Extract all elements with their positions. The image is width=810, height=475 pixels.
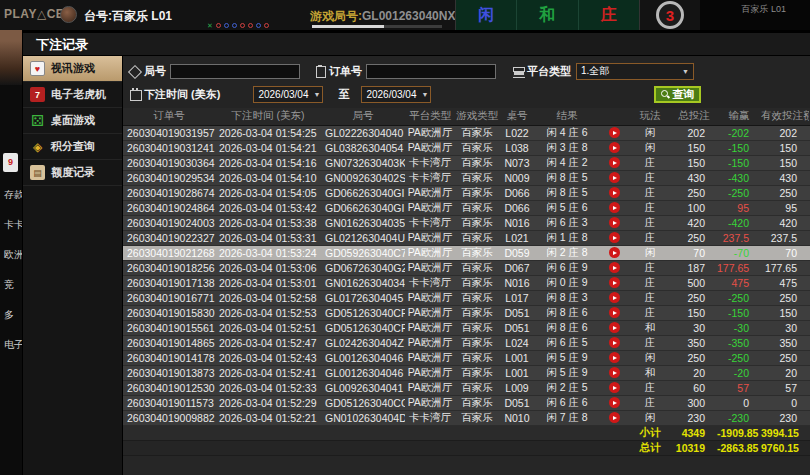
play-video-icon[interactable] [609,172,620,183]
cell-order-no: 260304019029534 [123,170,215,185]
cell-valid-bet: 430 [761,170,809,185]
table-row[interactable]: 2603040190286742026-03-04 01:54:05GD0662… [123,185,810,200]
bet-zone-和[interactable]: 和 [517,0,578,30]
table-row[interactable]: 2603040190303642026-03-04 01:54:16GN0732… [123,155,810,170]
play-video-icon[interactable] [609,262,620,273]
play-video-icon[interactable] [609,157,620,168]
cell-table-no: L024 [499,335,535,350]
play-video-icon[interactable] [609,217,620,228]
query-button[interactable]: 查询 [654,86,701,103]
play-video-icon[interactable] [609,367,620,378]
table-row[interactable]: 2603040190148652026-03-04 01:52:47GL0242… [123,335,810,350]
cell-bet-time: 2026-03-04 01:53:06 [215,260,321,275]
table-row[interactable]: 2603040190182562026-03-04 01:53:06GD0672… [123,260,810,275]
table-row[interactable]: 2603040190295342026-03-04 01:54:10GN0092… [123,170,810,185]
cell-table-no: N010 [499,410,535,425]
cell-table-no: D051 [499,320,535,335]
cell-play-type: 庄 [629,275,671,290]
sidebar-item-桌面游戏[interactable]: ⚄桌面游戏 [23,108,122,134]
cell-win-loss: -420 [717,215,761,230]
table-header-row: 订单号下注时间 (美东)局号平台类型游戏类型桌号结果玩法总投注输赢有效投注额状态 [123,108,810,125]
cell-table-no: N009 [499,170,535,185]
play-video-icon[interactable] [609,142,620,153]
cell-platform: PA欧洲厅 [405,335,455,350]
sidebar-item-额度记录[interactable]: ▤额度记录 [23,160,122,186]
road-dot: ✕ [207,23,213,28]
cell-play-type: 庄 [629,290,671,305]
bet-time-icon [129,88,141,100]
table-row[interactable]: 2603040190223272026-03-04 01:53:31GL0212… [123,230,810,245]
bet-zone-闲[interactable]: 闲 [456,0,517,30]
sidebar-item-视讯游戏[interactable]: ♥视讯游戏 [23,56,122,82]
order-no-input[interactable] [366,64,496,79]
play-video-icon[interactable] [609,277,620,288]
cell-order-no: 260304019028674 [123,185,215,200]
cell-win-loss: -150 [717,140,761,155]
play-video-icon[interactable] [609,187,620,198]
date-to-select[interactable]: 2026/03/04 ▼ [361,86,431,103]
cell-valid-bet: 237.5 [761,230,809,245]
cell-video [599,155,629,170]
table-row[interactable]: 2603040190141782026-03-04 01:52:43GL0012… [123,350,810,365]
game-no-input[interactable] [170,64,300,79]
video-feed-panel: 百家乐 L01 [700,0,810,30]
play-video-icon[interactable] [609,322,620,333]
bet-records-table-wrap: 订单号下注时间 (美东)局号平台类型游戏类型桌号结果玩法总投注输赢有效投注额状态… [123,108,810,475]
table-row[interactable]: 2603040190212682026-03-04 01:53:24GD0592… [123,245,810,260]
cell-result: 闲 8 庄 5 [535,170,599,185]
cell-order-no: 260304019016771 [123,290,215,305]
cell-win-loss: -250 [717,350,761,365]
cell-video [599,125,629,140]
play-video-icon[interactable] [609,412,620,423]
cell-game-no: GN01626304034 [321,275,405,290]
play-video-icon[interactable] [609,202,620,213]
table-row[interactable]: 2603040190115732026-03-04 01:52:29GD0512… [123,395,810,410]
cell-game-type: 百家乐 [455,275,499,290]
road-dot [216,23,221,28]
sidebar-item-电子老虎机[interactable]: 7电子老虎机 [23,82,122,108]
play-video-icon[interactable] [609,307,620,318]
table-row[interactable]: 2603040190240032026-03-04 01:53:38GN0162… [123,215,810,230]
table-row[interactable]: 2603040190248642026-03-04 01:53:42GD0662… [123,200,810,215]
cell-order-no: 260304019015830 [123,305,215,320]
cell-video [599,185,629,200]
sidebar-item-积分查询[interactable]: ◈积分查询 [23,134,122,160]
table-row[interactable]: 2603040190158302026-03-04 01:52:53GD0512… [123,305,810,320]
cell-play-type: 闲 [629,140,671,155]
play-video-icon[interactable] [609,397,620,408]
cell-total-bet: 20 [671,365,717,380]
cell-valid-bet: 475 [761,275,809,290]
play-video-icon[interactable] [609,352,620,363]
bet-zone-庄[interactable]: 庄 [579,0,639,30]
play-video-icon[interactable] [609,247,620,258]
order-no-label: 订单号 [329,64,362,79]
cell-play-type: 庄 [629,380,671,395]
table-row[interactable]: 2603040190319572026-03-04 01:54:25GL0222… [123,125,810,140]
table-row[interactable]: 2603040190138732026-03-04 01:52:41GL0012… [123,365,810,380]
cell-play-type: 庄 [629,305,671,320]
cell-valid-bet: 350 [761,335,809,350]
cell-win-loss: 177.65 [717,260,761,275]
points-icon: ◈ [30,139,45,154]
play-video-icon[interactable] [609,382,620,393]
table-row[interactable]: 2603040190125302026-03-04 01:52:33GL0092… [123,380,810,395]
platform-type-select[interactable]: 1.全部 ▼ [576,63,694,80]
cell-video [599,335,629,350]
table-row[interactable]: 2603040190312412026-03-04 01:54:21GL0382… [123,140,810,155]
play-video-icon[interactable] [609,127,620,138]
play-video-icon[interactable] [609,337,620,348]
cell-game-no: GL01726304045 [321,290,405,305]
date-from-select[interactable]: 2026/03/04 ▼ [253,86,323,103]
table-row[interactable]: 2603040190167712026-03-04 01:52:58GL0172… [123,290,810,305]
date-to-value: 2026/03/04 [366,89,416,100]
cell-platform: PA欧洲厅 [405,395,455,410]
play-video-icon[interactable] [609,232,620,243]
cell-table-no: N073 [499,155,535,170]
cell-win-loss: -230 [717,410,761,425]
cell-game-type: 百家乐 [455,125,499,140]
cell-win-loss: -430 [717,170,761,185]
table-row[interactable]: 2603040190171382026-03-04 01:53:01GN0162… [123,275,810,290]
table-row[interactable]: 2603040190155612026-03-04 01:52:51GD0512… [123,320,810,335]
table-row[interactable]: 2603040190098822026-03-04 01:52:21GN0102… [123,410,810,425]
play-video-icon[interactable] [609,292,620,303]
